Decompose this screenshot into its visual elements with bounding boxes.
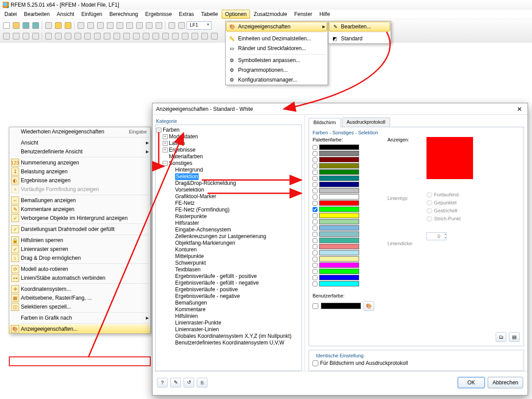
menu-ergebnisse[interactable]: Ergebnisse <box>142 10 176 19</box>
linetype-gepunktet[interactable]: Gepunktet <box>426 199 473 207</box>
menu-berechnung[interactable]: Berechnung <box>106 10 142 19</box>
ctx-dims[interactable]: ↔Bemaßungen anzeigen <box>9 196 150 205</box>
tree-item[interactable]: Grafiktool-Marker <box>156 193 301 200</box>
options-configmanager[interactable]: ⚙ Konfigurationsmanager... <box>226 75 328 85</box>
ctx-comments[interactable]: ✎Kommentare anzeigen <box>9 205 150 214</box>
tb-icon[interactable] <box>161 31 170 40</box>
tb-icon[interactable] <box>122 31 131 40</box>
tb-icon[interactable] <box>151 31 160 40</box>
palette-swatch[interactable] <box>313 281 374 287</box>
tb-icon[interactable] <box>125 21 134 30</box>
tree-farben[interactable]: −Farben <box>156 127 301 133</box>
tb-icon[interactable] <box>44 31 53 40</box>
ctx-wire[interactable]: ✓Darstellungsart Drahtmodell oder gefüll… <box>9 225 150 234</box>
context-menu[interactable]: Wiederholen Anzeigeeigenschaften Eingabe… <box>9 127 151 334</box>
tree-item[interactable]: Ergebnisverläufe - negative <box>156 293 301 300</box>
close-button[interactable]: ✕ <box>515 105 524 113</box>
linetype-fortlaufend[interactable]: Fortlaufend <box>426 191 473 199</box>
ctx-results[interactable]: ◐Ergebnisse anzeigen <box>9 176 150 185</box>
submenu-edit[interactable]: ✎ Bearbeiten... <box>329 22 390 31</box>
tree-lasten[interactable]: +Lasten <box>156 140 301 147</box>
tb-loadcase-combo[interactable]: LF1 <box>187 21 211 30</box>
tb-icon[interactable] <box>63 31 72 40</box>
tree-item[interactable]: Ergebnisverläufe - positive <box>156 286 301 293</box>
menu-einfuegen[interactable]: Einfügen <box>78 10 106 19</box>
menubar[interactable]: Datei Bearbeiten Ansicht Einfügen Berech… <box>0 10 532 19</box>
expand-icon[interactable]: + <box>163 148 168 153</box>
tb-icon[interactable] <box>171 31 180 40</box>
tb-undo-icon[interactable] <box>54 21 63 30</box>
palette-swatch[interactable] <box>313 181 374 188</box>
category-tree[interactable]: −Farben +Modelldaten +Lasten +Ergebnisse… <box>155 125 302 371</box>
tb-icon[interactable] <box>210 31 219 40</box>
tb-icon[interactable] <box>93 31 102 40</box>
collapse-icon[interactable]: − <box>156 128 161 133</box>
tree-item[interactable]: Hilfsraster <box>156 220 301 227</box>
ctx-autoconn[interactable]: ⊶Linien/Stäbe automatisch verbinden <box>9 274 150 282</box>
menu-hilfe[interactable]: Hilfe <box>316 10 333 19</box>
tb-icon[interactable] <box>21 31 30 40</box>
linewidth-spinner[interactable]: 0 <box>426 232 447 240</box>
ctx-hidden[interactable]: ✓Verborgene Objekte im Hintergrund anzei… <box>9 214 150 223</box>
tb-icon[interactable] <box>180 31 189 40</box>
ctx-coord[interactable]: ✛Koordinatensystem... <box>9 285 150 293</box>
tree-item[interactable]: Ergebnisverläufe - gefüllt - negative <box>156 280 301 286</box>
dialog-titlebar[interactable]: Anzeigeeigenschaften - Standard - White … <box>153 103 528 115</box>
ctx-colorsby[interactable]: Farben in Grafik nach▶ <box>9 313 150 322</box>
palette-swatch[interactable] <box>313 156 374 163</box>
tb-icon[interactable] <box>190 31 199 40</box>
menu-tabelle[interactable]: Tabelle <box>198 10 222 19</box>
ctx-load[interactable]: ↧Belastung anzeigen <box>9 167 150 176</box>
tb-icon[interactable] <box>177 21 186 30</box>
usercolor-checkbox[interactable] <box>313 303 318 309</box>
menu-zusatzmodule[interactable]: Zusatzmodule <box>250 10 290 19</box>
tb-icon[interactable] <box>73 31 82 40</box>
ctx-lockgl[interactable]: 🔒Hilfslinien sperren <box>9 236 150 245</box>
palette-swatch[interactable] <box>313 274 374 281</box>
tree-item[interactable]: Konturen <box>156 246 301 253</box>
tree-item[interactable]: Mittelpunkte <box>156 253 301 260</box>
tb-icon[interactable] <box>76 21 85 30</box>
palette-swatch[interactable] <box>313 150 374 156</box>
ctx-view[interactable]: Ansicht▶ <box>9 138 150 147</box>
tree-sonstiges[interactable]: −Sonstiges <box>156 160 301 167</box>
tb-icon[interactable] <box>12 31 20 40</box>
menu-ansicht[interactable]: Ansicht <box>53 10 78 19</box>
palette-apply-button[interactable]: ▤ <box>509 332 520 342</box>
palette-swatch[interactable] <box>313 262 374 268</box>
palette-swatch[interactable] <box>313 256 374 262</box>
tree-item[interactable]: Zellenkreuzungen zur Lastgenerierung <box>156 233 301 240</box>
ctx-custom-view[interactable]: Benutzerdefinierte Ansicht▶ <box>9 147 150 156</box>
menu-fenster[interactable]: Fenster <box>291 10 316 19</box>
tree-item[interactable]: Kommentare <box>156 306 301 313</box>
expand-icon[interactable]: + <box>163 141 168 146</box>
options-units[interactable]: 📏 Einheiten und Dezimalstellen... <box>226 34 328 43</box>
tree-item[interactable]: Linienraster-Linien <box>156 326 301 333</box>
ctx-displayprops[interactable]: 🎨Anzeigeeigenschaften... <box>9 325 150 333</box>
linetype-strichpunkt[interactable]: Strich-Punkt <box>426 215 473 223</box>
tb-icon[interactable] <box>2 31 11 40</box>
tree-item[interactable]: FE-Netz (Formfindung) <box>156 207 301 213</box>
options-margins[interactable]: ▭ Ränder und Streckfaktoren... <box>226 43 328 53</box>
tb-save-icon[interactable] <box>21 21 30 30</box>
tree-item[interactable]: Selektion <box>156 173 301 180</box>
palette-swatches[interactable] <box>313 144 374 287</box>
tb-icon[interactable] <box>54 31 63 40</box>
tree-ergebnisse[interactable]: +Ergebnisse <box>156 147 301 153</box>
options-display-properties[interactable]: 🎨 Anzeigeeigenschaften ▶ <box>226 22 327 31</box>
menu-bearbeiten[interactable]: Bearbeiten <box>20 10 53 19</box>
palette-swatch[interactable] <box>313 231 374 237</box>
tb-new-icon[interactable] <box>2 21 11 30</box>
options-dropdown[interactable]: 🎨 Anzeigeeigenschaften ▶ 📏 Einheiten und… <box>225 21 328 85</box>
palette-swatch[interactable] <box>313 206 374 212</box>
tab-bildschirm[interactable]: Bildschirm <box>309 118 341 127</box>
tb-icon[interactable] <box>200 31 209 40</box>
ok-button[interactable]: OK <box>458 377 485 388</box>
ctx-autorot[interactable]: ⟳Modell auto-rotieren <box>9 265 150 274</box>
ctx-dragdrop[interactable]: ↕Drag & Drop ermöglichen <box>9 254 150 262</box>
tree-item[interactable]: Ergebnisverläufe - gefüllt - positive <box>156 273 301 280</box>
tb-icon[interactable] <box>154 21 163 30</box>
dialog-tabs[interactable]: Bildschirm Ausdruckprotokoll <box>309 117 524 127</box>
tb-icon[interactable] <box>83 31 92 40</box>
tree-item[interactable]: Hilfslinien <box>156 313 301 320</box>
